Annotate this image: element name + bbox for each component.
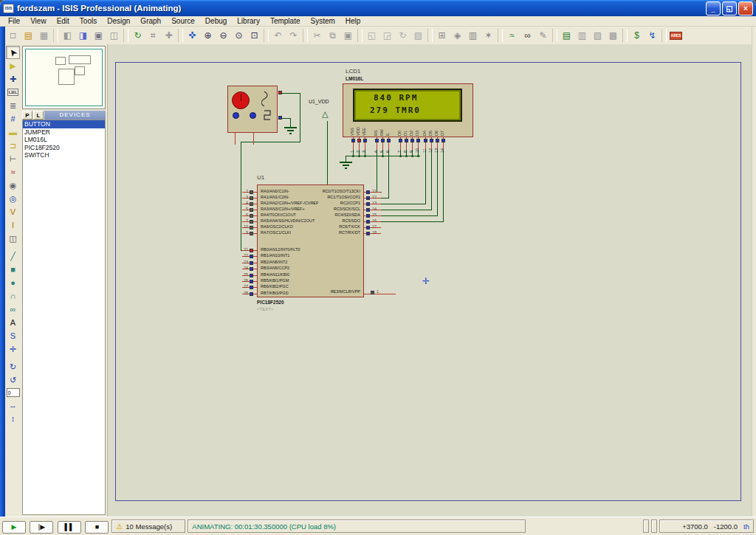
- tool-graph-mode[interactable]: ≈: [6, 165, 20, 179]
- minimize-button[interactable]: _: [706, 1, 721, 15]
- menu-item[interactable]: Design: [102, 17, 135, 25]
- tool-component-mode[interactable]: ▶: [6, 59, 20, 72]
- design-explorer[interactable]: ▤: [559, 28, 574, 43]
- wire-autorouter[interactable]: ≈: [504, 28, 520, 43]
- menu-item[interactable]: Edit: [52, 17, 75, 25]
- save-design[interactable]: ▦: [36, 28, 52, 43]
- sep9[interactable]: [552, 29, 557, 42]
- tool-flip-horizontal[interactable]: ↔: [6, 398, 20, 412]
- schematic-editor-canvas[interactable]: U1_VDD△LCD1LM016L<TEXT>840 RPM279 TMR0VS…: [108, 44, 752, 517]
- menu-item[interactable]: File: [3, 17, 25, 25]
- redo[interactable]: ↷: [286, 28, 301, 43]
- tool-symbol-2d[interactable]: S: [6, 329, 20, 342]
- tool-flip-vertical[interactable]: ↕: [6, 412, 20, 425]
- tool-play-button[interactable]: ▶: [2, 521, 26, 534]
- menu-item[interactable]: Help: [340, 17, 366, 25]
- zoom-out[interactable]: ⊖: [216, 28, 231, 43]
- redraw-display[interactable]: ↻: [130, 28, 145, 43]
- tool-current-probe-mode[interactable]: I: [6, 218, 20, 232]
- sep3[interactable]: [178, 29, 183, 42]
- tool-text-2d[interactable]: A: [6, 316, 20, 329]
- decompose[interactable]: ✶: [481, 28, 496, 43]
- zoom-all[interactable]: ⊙: [231, 28, 247, 43]
- open-design[interactable]: ▤: [21, 28, 36, 43]
- tool-tape-recorder-mode[interactable]: ◉: [6, 179, 20, 192]
- tool-marker-2d[interactable]: ✛: [6, 342, 20, 356]
- menu-item[interactable]: View: [25, 17, 52, 25]
- tool-box-2d[interactable]: ■: [6, 263, 20, 276]
- tool-generator-mode[interactable]: ◎: [6, 192, 20, 205]
- menu-item[interactable]: Library: [232, 17, 265, 25]
- device-list-item[interactable]: BUTTON: [23, 120, 105, 128]
- pick-parts[interactable]: ⊞: [434, 28, 450, 43]
- tool-terminal-mode[interactable]: ⊐: [6, 139, 20, 152]
- remove-sheet[interactable]: ▧: [590, 28, 605, 43]
- packaging-tool[interactable]: ▥: [465, 28, 481, 43]
- property-assignment-tool[interactable]: ✎: [535, 28, 551, 43]
- tool-device-pin-mode[interactable]: ⊢: [6, 152, 20, 165]
- sep5[interactable]: [303, 29, 308, 42]
- netlist-to-ares[interactable]: ARES: [668, 28, 684, 43]
- close-button[interactable]: ×: [738, 1, 753, 15]
- menu-item[interactable]: Template: [265, 17, 306, 25]
- tool-subcircuit-mode[interactable]: ▬: [6, 125, 20, 139]
- tool-stop-button[interactable]: ■: [85, 521, 109, 534]
- export-graphics[interactable]: ◨: [75, 28, 91, 43]
- pan-centre[interactable]: ✜: [185, 28, 200, 43]
- sep6[interactable]: [357, 29, 362, 42]
- block-rotate[interactable]: ↻: [395, 28, 410, 43]
- message-panel[interactable]: ⚠ 10 Message(s): [111, 520, 185, 533]
- sep7[interactable]: [427, 29, 433, 42]
- tool-text-script-mode[interactable]: ≣: [6, 99, 20, 112]
- tool-bus-mode[interactable]: #: [6, 112, 20, 125]
- menu-item[interactable]: Graph: [135, 17, 166, 25]
- sep4[interactable]: [264, 29, 269, 42]
- toggle-grid[interactable]: ⌗: [145, 28, 161, 43]
- tool-voltage-probe-mode[interactable]: V: [6, 205, 20, 218]
- generator-main-knob[interactable]: [232, 92, 250, 109]
- tool-path-2d[interactable]: ∞: [6, 303, 20, 316]
- search-tag[interactable]: ∞: [520, 28, 535, 43]
- tool-rotate-clockwise[interactable]: ↻: [6, 360, 20, 373]
- menu-item[interactable]: Tools: [75, 17, 102, 25]
- tool-rotate-anticlockwise[interactable]: ↺: [6, 373, 20, 387]
- device-list-item[interactable]: SWITCH: [23, 151, 105, 159]
- menu-item[interactable]: System: [305, 17, 340, 25]
- toggle-origin[interactable]: ✚: [161, 28, 176, 43]
- menu-item[interactable]: Debug: [200, 17, 232, 25]
- print-design[interactable]: ▣: [91, 28, 106, 43]
- import-section[interactable]: ◧: [60, 28, 75, 43]
- goto-sheet[interactable]: ▩: [605, 28, 621, 43]
- electrical-rule-check[interactable]: ↯: [645, 28, 660, 43]
- bill-of-materials[interactable]: $: [629, 28, 645, 43]
- sep11[interactable]: [662, 29, 667, 42]
- tool-virtual-instruments-mode[interactable]: ◫: [6, 232, 20, 245]
- pick-devices-button[interactable]: P: [22, 111, 32, 120]
- generator-knob-small-2[interactable]: [250, 112, 256, 119]
- sep10[interactable]: [622, 29, 628, 42]
- tool-selection-mode[interactable]: ➤: [6, 46, 20, 59]
- new-design[interactable]: □: [5, 28, 21, 43]
- paste[interactable]: ▣: [340, 28, 356, 43]
- sep2[interactable]: [123, 29, 128, 42]
- tool-line-2d[interactable]: ╱: [6, 249, 20, 263]
- menu-item[interactable]: Source: [166, 17, 200, 25]
- rotation-angle-input[interactable]: [7, 388, 20, 397]
- restore-button[interactable]: ◱: [722, 1, 737, 15]
- title-bar[interactable]: ISIS fordszam - ISIS Professional (Anima…: [0, 0, 756, 16]
- sep8[interactable]: [498, 29, 503, 42]
- tool-wire-label-mode[interactable]: LBL: [6, 86, 20, 99]
- block-delete[interactable]: ▨: [410, 28, 426, 43]
- mark-output-area[interactable]: ◫: [106, 28, 122, 43]
- undo[interactable]: ↶: [270, 28, 286, 43]
- new-sheet[interactable]: ▥: [574, 28, 590, 43]
- block-copy[interactable]: ◱: [364, 28, 379, 43]
- block-move[interactable]: ◲: [379, 28, 395, 43]
- schematic-overview[interactable]: [22, 46, 106, 109]
- generator-knob-small-1[interactable]: [233, 112, 239, 119]
- copy[interactable]: ⧉: [325, 28, 340, 43]
- tool-pause-button[interactable]: ▌▌: [58, 521, 81, 534]
- zoom-area[interactable]: ⊡: [247, 28, 262, 43]
- sep1[interactable]: [53, 29, 58, 42]
- power-terminal-icon[interactable]: △: [322, 109, 328, 119]
